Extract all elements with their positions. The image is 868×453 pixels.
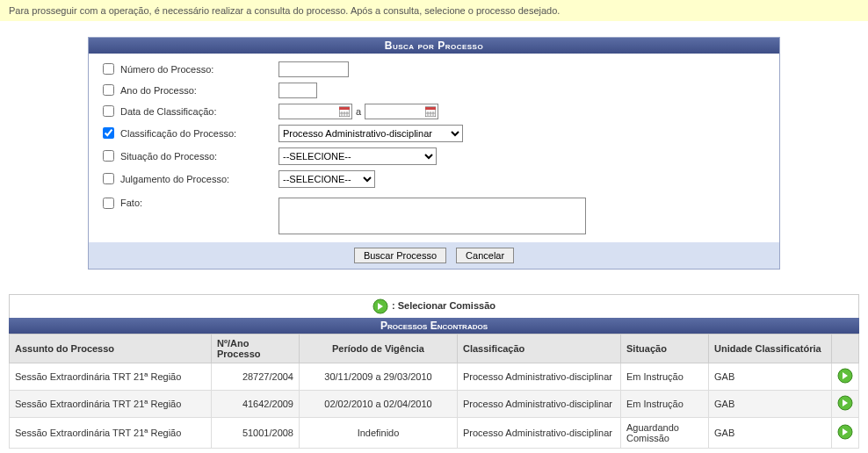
lbl-fato: Fato: <box>120 198 278 208</box>
svg-rect-1 <box>339 107 350 110</box>
input-ano-processo[interactable] <box>278 83 317 98</box>
table-row: Sessão Extraordinária TRT 21ª Região2872… <box>10 363 859 391</box>
calendar-icon[interactable] <box>423 104 438 119</box>
chk-fato[interactable] <box>103 198 114 209</box>
row-numero-processo: Número do Processo: <box>96 59 772 80</box>
buscar-button[interactable]: Buscar Processo <box>354 248 446 263</box>
info-message: Para prosseguir com a operação, é necess… <box>0 0 868 21</box>
cell-situacao: Aguardando Comissão <box>621 418 709 449</box>
th-classificacao: Classificação <box>458 334 621 363</box>
lbl-ano-processo: Ano do Processo: <box>120 85 278 96</box>
legend-text: : Selecionar Comissão <box>392 300 495 311</box>
select-julgamento-processo[interactable]: --SELECIONE-- <box>278 170 375 188</box>
svg-rect-7 <box>425 107 436 110</box>
cell-situacao: Em Instrução <box>621 363 709 391</box>
row-julgamento-processo: Julgamento do Processo: --SELECIONE-- <box>96 168 772 191</box>
cell-numano: 51001/2008 <box>212 418 300 449</box>
chk-data-classificacao[interactable] <box>103 105 114 117</box>
button-row: Buscar Processo Cancelar <box>89 242 779 269</box>
cell-periodo: 02/02/2010 a 02/04/2010 <box>300 391 458 418</box>
th-situacao: Situação <box>621 334 709 363</box>
cell-situacao: Em Instrução <box>621 391 709 418</box>
row-fato: Fato: <box>96 191 772 237</box>
search-panel-title: Busca por Processo <box>89 38 779 54</box>
results-table: Assunto do Processo Nº/Ano Processo Perí… <box>9 334 859 449</box>
row-classificacao-processo: Classificação do Processo: Processo Admi… <box>96 122 772 145</box>
table-row: Sessão Extraordinária TRT 21ª Região5100… <box>10 418 859 449</box>
lbl-classificacao-processo: Classificação do Processo: <box>120 128 278 139</box>
date-separator: a <box>356 106 361 117</box>
chk-situacao-processo[interactable] <box>103 150 114 162</box>
th-periodo: Período de Vigência <box>300 334 458 363</box>
th-numano: Nº/Ano Processo <box>212 334 300 363</box>
select-row-button[interactable] <box>837 431 853 442</box>
cell-unidade: GAB <box>709 363 832 391</box>
input-data-de[interactable] <box>279 104 337 119</box>
select-situacao-processo[interactable]: --SELECIONE-- <box>278 147 437 165</box>
cell-numano: 28727/2004 <box>212 363 300 391</box>
lbl-julgamento-processo: Julgamento do Processo: <box>120 174 278 184</box>
select-row-button[interactable] <box>837 402 853 413</box>
cancelar-button[interactable]: Cancelar <box>456 248 514 263</box>
input-numero-processo[interactable] <box>278 61 349 77</box>
lbl-situacao-processo: Situação do Processo: <box>120 151 278 162</box>
cell-periodo: Indefinido <box>300 418 458 449</box>
go-icon <box>373 298 388 314</box>
cell-unidade: GAB <box>709 418 832 449</box>
th-assunto: Assunto do Processo <box>10 334 212 363</box>
select-classificacao-processo[interactable]: Processo Administrativo-disciplinar <box>278 125 463 142</box>
lbl-numero-processo: Número do Processo: <box>120 64 278 75</box>
cell-assunto: Sessão Extraordinária TRT 21ª Região <box>10 418 212 449</box>
chk-ano-processo[interactable] <box>103 84 114 96</box>
calendar-icon[interactable] <box>337 104 351 119</box>
input-data-ate[interactable] <box>365 104 423 119</box>
th-action <box>832 334 859 363</box>
cell-numano: 41642/2009 <box>212 391 300 418</box>
chk-julgamento-processo[interactable] <box>103 173 114 184</box>
cell-assunto: Sessão Extraordinária TRT 21ª Região <box>10 391 212 418</box>
search-panel: Busca por Processo Número do Processo: A… <box>88 37 780 270</box>
cell-classificacao: Processo Administrativo-disciplinar <box>458 391 621 418</box>
results-title: Processos Encontrados <box>9 318 859 334</box>
cell-unidade: GAB <box>709 391 832 418</box>
row-situacao-processo: Situação do Processo: --SELECIONE-- <box>96 145 772 168</box>
th-unidade: Unidade Classificatória <box>709 334 832 363</box>
row-data-classificacao: Data de Classificação: a <box>96 101 772 122</box>
row-ano-processo: Ano do Processo: <box>96 80 772 101</box>
cell-periodo: 30/11/2009 a 29/03/2010 <box>300 363 458 391</box>
cell-assunto: Sessão Extraordinária TRT 21ª Região <box>10 363 212 391</box>
lbl-data-classificacao: Data de Classificação: <box>120 106 278 117</box>
textarea-fato[interactable] <box>278 198 586 234</box>
select-row-button[interactable] <box>837 375 853 385</box>
table-row: Sessão Extraordinária TRT 21ª Região4164… <box>10 391 859 418</box>
chk-numero-processo[interactable] <box>103 63 114 75</box>
legend-bar: : Selecionar Comissão <box>9 294 859 318</box>
chk-classificacao-processo[interactable] <box>103 127 114 139</box>
cell-classificacao: Processo Administrativo-disciplinar <box>458 363 621 391</box>
cell-classificacao: Processo Administrativo-disciplinar <box>458 418 621 449</box>
